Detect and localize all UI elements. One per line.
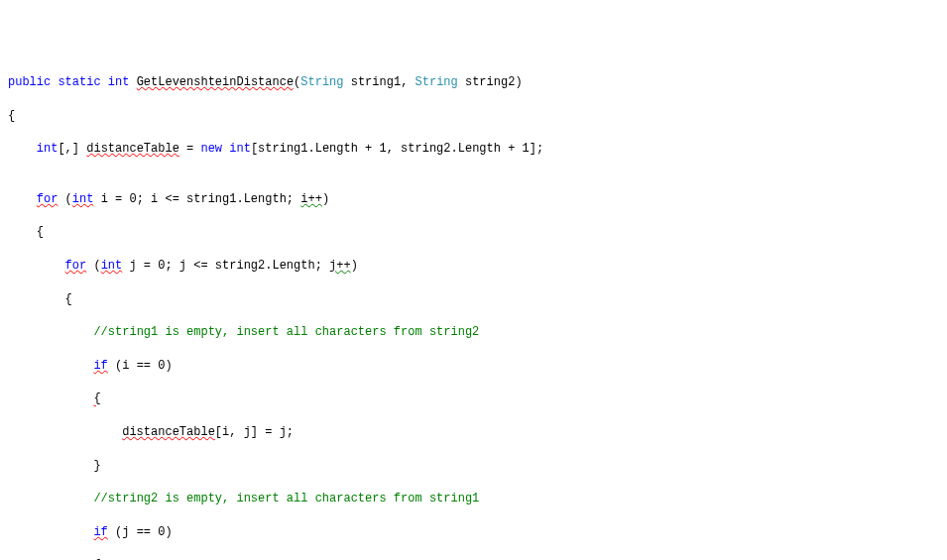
code-line-8: { <box>8 291 939 308</box>
keyword-int: int <box>37 142 59 156</box>
code-line-14: //string2 is empty, insert all character… <box>8 491 939 507</box>
comment: //string2 is empty, insert all character… <box>93 492 479 505</box>
assign: = <box>179 142 201 156</box>
keyword-for: for <box>37 192 59 206</box>
code-line-9: //string1 is empty, insert all character… <box>8 324 939 341</box>
increment: j++ <box>329 259 351 273</box>
keyword-int: int <box>108 75 130 89</box>
var-distanceTable: distanceTable <box>122 425 215 439</box>
keyword-if: if <box>93 359 107 373</box>
code-line-3: int[,] distanceTable = new int[string1.L… <box>8 141 939 158</box>
array-brackets: [,] <box>58 142 79 156</box>
param-string1: string1 <box>351 75 401 89</box>
var-distanceTable: distanceTable <box>86 142 179 156</box>
assign: [i, j] = j; <box>215 425 294 439</box>
if-cond: (i == 0) <box>108 359 173 373</box>
method-name: GetLevenshteinDistance <box>137 75 294 89</box>
code-line-13: } <box>8 458 939 475</box>
keyword-static: static <box>58 75 100 89</box>
paren: ( <box>58 192 71 206</box>
keyword-new: new <box>200 142 222 156</box>
code-line-6: { <box>8 224 939 241</box>
increment: i++ <box>300 192 322 206</box>
keyword-if: if <box>93 525 107 539</box>
keyword-int: int <box>101 259 123 273</box>
code-line-5: for (int i = 0; i <= string1.Length; i++… <box>8 191 939 208</box>
keyword-public: public <box>8 75 51 89</box>
array-init: [string1.Length + 1, string2.Length + 1]… <box>251 142 543 156</box>
code-line-1: public static int GetLevenshteinDistance… <box>8 74 939 91</box>
paren: ( <box>86 259 100 273</box>
keyword-int: int <box>72 192 94 206</box>
if-cond: (j == 0) <box>108 525 173 539</box>
paren-close: ) <box>351 259 358 273</box>
keyword-int: int <box>229 142 251 156</box>
keyword-for: for <box>65 259 87 273</box>
code-line-12: distanceTable[i, j] = j; <box>8 424 939 441</box>
for-cond: j = 0; j <= string2.Length; <box>122 259 329 273</box>
code-block: public static int GetLevenshteinDistance… <box>8 74 939 560</box>
brace: { <box>93 392 100 405</box>
param-string2: string2 <box>465 75 515 89</box>
type-string: String <box>300 75 343 89</box>
code-line-7: for (int j = 0; j <= string2.Length; j++… <box>8 258 939 275</box>
type-string: String <box>415 75 458 89</box>
paren-close: ) <box>322 192 329 206</box>
code-line-15: if (j == 0) <box>8 524 939 541</box>
code-line-10: if (i == 0) <box>8 358 939 375</box>
for-cond: i = 0; i <= string1.Length; <box>93 192 300 206</box>
brace: } <box>93 459 100 473</box>
code-line-11: { <box>8 391 939 407</box>
comment: //string1 is empty, insert all character… <box>93 325 479 339</box>
code-line-2: { <box>8 108 939 125</box>
